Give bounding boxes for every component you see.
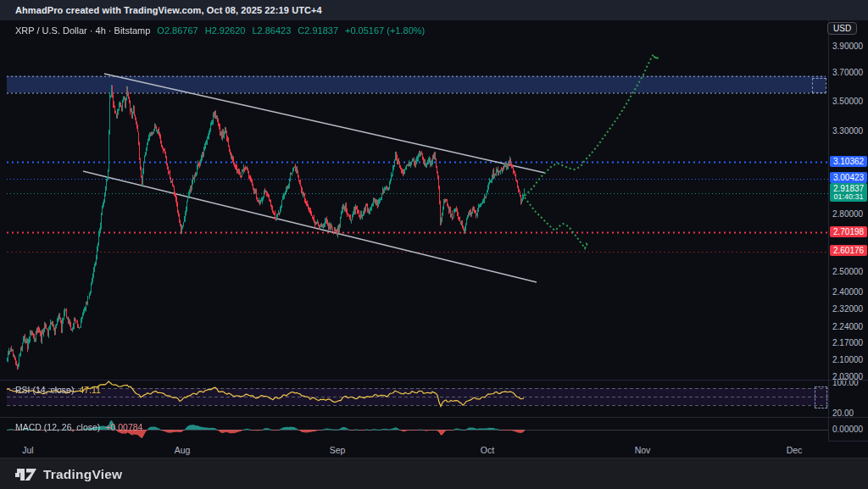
tradingview-brand-link[interactable]: TradingView <box>15 467 122 482</box>
time-tick-label: Oct <box>481 445 494 455</box>
time-tick-label: Dec <box>787 445 803 455</box>
attribution-bar: AhmadPro created with TradingView.com, O… <box>0 0 868 20</box>
rsi-indicator-label[interactable]: RSI (14, close) 47.11 <box>15 385 101 395</box>
macd-value: +0.00784 <box>105 422 142 432</box>
macd-title[interactable]: MACD (12, 26, close) <box>15 422 100 432</box>
legend-low: L2.86423 <box>252 25 291 36</box>
pane-separator <box>0 417 868 418</box>
zone-resize-handle[interactable] <box>812 78 826 93</box>
pane-separator <box>0 380 868 381</box>
price-axis[interactable]: 3.900003.700003.500003.300002.800002.500… <box>828 20 868 441</box>
rsi-value: 47.11 <box>79 385 101 395</box>
currency-toggle-button[interactable]: USD <box>827 22 857 35</box>
rsi-title[interactable]: RSI (14, close) <box>15 385 74 395</box>
legend-change: +0.05167 (+1.80%) <box>345 25 425 36</box>
indicator-axis-label: 0.00000 <box>832 425 863 434</box>
footer-bar: TradingView <box>0 458 868 489</box>
time-tick-label: Jul <box>22 445 33 455</box>
time-tick-label: Aug <box>175 445 191 455</box>
last-price-badge: 2.9183701:40:31 <box>830 183 867 202</box>
time-axis[interactable]: JulAugSepOctNovDec <box>0 441 828 458</box>
price-tick-label: 2.50000 <box>832 267 863 276</box>
price-level-badge: 3.10362 <box>830 156 867 167</box>
price-tick-label: 3.50000 <box>832 97 863 106</box>
price-tick-label: 2.24000 <box>832 322 863 331</box>
tradingview-chart-window: AhmadPro created with TradingView.com, O… <box>0 0 868 489</box>
price-level-badge: 3.00423 <box>830 172 867 183</box>
time-tick-label: Nov <box>635 445 651 455</box>
price-tick-label: 2.17000 <box>832 338 863 347</box>
brand-name: TradingView <box>43 467 122 482</box>
rsi-band-resize-handle[interactable] <box>815 386 827 408</box>
attribution-text: AhmadPro created with TradingView.com, O… <box>15 5 322 15</box>
price-tick-label: 3.30000 <box>832 126 863 136</box>
time-tick-label: Sep <box>330 445 346 455</box>
symbol-legend: XRP / U.S. Dollar · 4h · Bitstamp O2.867… <box>15 25 425 36</box>
price-tick-label: 2.40000 <box>832 287 863 297</box>
tradingview-logo-icon <box>15 468 36 481</box>
price-tick-label: 3.90000 <box>832 42 863 51</box>
symbol-title[interactable]: XRP / U.S. Dollar · 4h · Bitstamp <box>15 25 150 36</box>
macd-indicator-label[interactable]: MACD (12, 26, close) +0.00784 <box>15 422 142 432</box>
price-level-badge: 2.60176 <box>830 245 867 256</box>
legend-high: H2.92620 <box>205 25 246 36</box>
bar-countdown: 01:40:31 <box>830 193 867 201</box>
price-level-badge: 2.70198 <box>830 226 867 237</box>
chart-canvas[interactable] <box>0 0 868 489</box>
legend-close: C2.91837 <box>298 25 338 36</box>
price-tick-label: 2.80000 <box>832 209 863 219</box>
price-tick-label: 2.32000 <box>832 304 863 314</box>
price-tick-label: 3.70000 <box>832 68 863 77</box>
legend-open: O2.86767 <box>157 25 198 36</box>
price-tick-label: 2.10000 <box>832 355 863 364</box>
